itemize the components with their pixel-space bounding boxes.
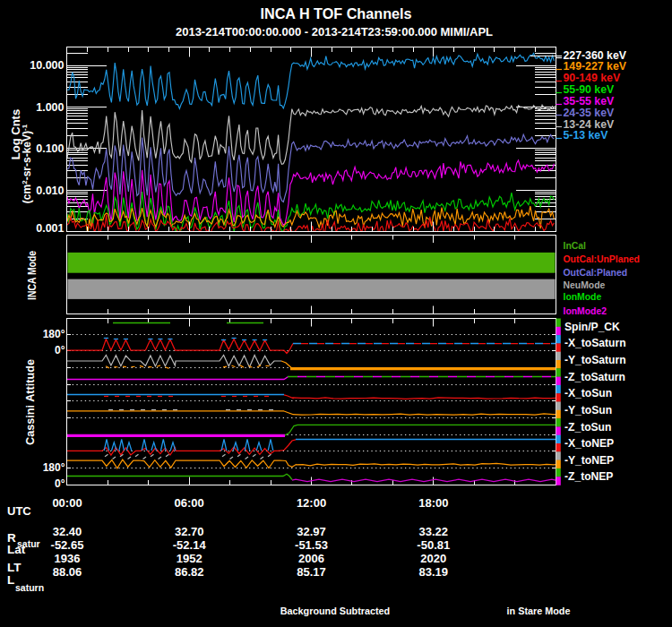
svg-text:-Z_toNEP: -Z_toNEP [564, 470, 613, 483]
svg-text:33.22: 33.22 [419, 525, 449, 538]
svg-text:10.000: 10.000 [30, 59, 64, 72]
svg-text:INCA Mode: INCA Mode [26, 251, 39, 300]
svg-text:0°: 0° [55, 477, 65, 490]
svg-text:86.82: 86.82 [175, 565, 204, 579]
svg-text:2013-214T00:00:00.000 - 2013-2: 2013-214T00:00:00.000 - 2013-214T23:59:0… [176, 25, 493, 39]
svg-text:-Z_toSaturn: -Z_toSaturn [564, 371, 625, 383]
svg-text:32.70: 32.70 [175, 525, 204, 538]
svg-text:12:00: 12:00 [297, 496, 326, 510]
svg-text:-X_toNEP: -X_toNEP [564, 437, 614, 450]
svg-text:1.000: 1.000 [36, 101, 64, 114]
svg-text:90-149 keV: 90-149 keV [564, 72, 621, 84]
svg-text:INCA H TOF Channels: INCA H TOF Channels [260, 5, 411, 21]
svg-text:0.001: 0.001 [36, 222, 64, 235]
svg-text:Lat: Lat [7, 543, 26, 556]
svg-text:1936: 1936 [55, 552, 81, 565]
svg-text:83.19: 83.19 [419, 565, 449, 579]
svg-text:0.100: 0.100 [36, 142, 64, 155]
svg-text:LT: LT [7, 561, 22, 574]
svg-text:-Y_toNEP: -Y_toNEP [564, 454, 614, 467]
svg-text:-50.81: -50.81 [417, 538, 450, 552]
svg-text:88.06: 88.06 [53, 565, 82, 579]
svg-text:85.17: 85.17 [297, 565, 326, 579]
svg-text:-Z_toSun: -Z_toSun [564, 421, 611, 434]
svg-text:32.40: 32.40 [53, 525, 82, 538]
svg-text:-51.53: -51.53 [295, 538, 328, 552]
svg-text:NeuMode: NeuMode [564, 280, 606, 290]
svg-text:saturn: saturn [15, 582, 44, 593]
svg-text:32.97: 32.97 [297, 525, 326, 538]
svg-text:2006: 2006 [298, 552, 324, 565]
svg-text:180°: 180° [43, 461, 65, 474]
svg-text:06:00: 06:00 [175, 496, 204, 510]
svg-text:IonMode2: IonMode2 [564, 306, 607, 316]
svg-text:-52.14: -52.14 [173, 538, 207, 552]
svg-text:-52.65: -52.65 [51, 538, 84, 552]
svg-text:IonMode: IonMode [564, 292, 602, 302]
svg-text:Background Subtracted: Background Subtracted [280, 606, 390, 616]
svg-text:0.010: 0.010 [36, 185, 64, 197]
svg-text:-X_toSaturn: -X_toSaturn [564, 337, 626, 349]
svg-text:-Y_toSaturn: -Y_toSaturn [564, 354, 626, 366]
svg-text:1952: 1952 [177, 552, 202, 565]
svg-text:UTC: UTC [7, 504, 31, 518]
svg-text:5-13 keV: 5-13 keV [564, 129, 609, 142]
svg-text:in Stare Mode: in Stare Mode [507, 606, 571, 616]
svg-text:-Y_toSun: -Y_toSun [564, 404, 612, 417]
svg-text:180°: 180° [43, 328, 65, 340]
svg-text:2020: 2020 [420, 552, 446, 565]
svg-text:Cassini Attitude: Cassini Attitude [24, 359, 37, 445]
svg-text:OutCal:Planed: OutCal:Planed [564, 268, 628, 278]
svg-text:L: L [7, 573, 14, 587]
svg-text:InCal: InCal [564, 241, 587, 251]
svg-text:00:00: 00:00 [52, 496, 82, 510]
svg-text:(cm2-sr-s-keV)-1: (cm2-sr-s-keV)-1 [21, 124, 34, 203]
svg-text:18:00: 18:00 [418, 496, 448, 510]
svg-text:0°: 0° [55, 344, 65, 356]
svg-text:Spin/P_CK: Spin/P_CK [564, 321, 620, 333]
svg-text:-X_toSun: -X_toSun [564, 387, 612, 399]
svg-text:OutCal:UnPlaned: OutCal:UnPlaned [564, 254, 640, 264]
